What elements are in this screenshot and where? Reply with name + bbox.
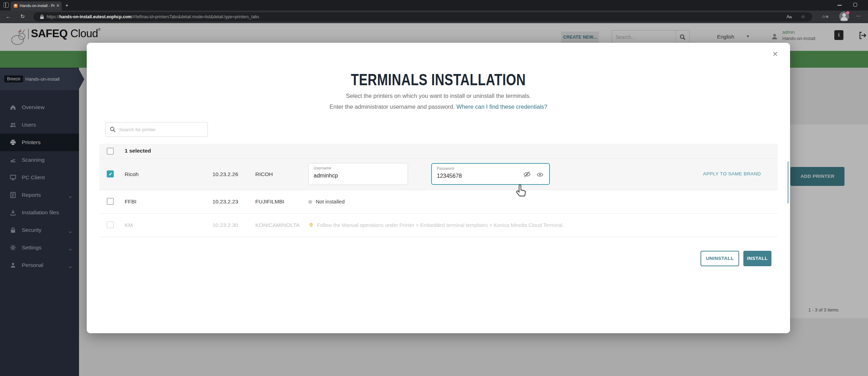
printer-brand: FUJIFILMBI: [255, 199, 284, 205]
install-button[interactable]: INSTALL: [743, 251, 771, 266]
printer-brand: KONICAMINOLTA: [255, 222, 300, 228]
url-text: https://hands-on-install.eutest.eophcp.c…: [47, 14, 259, 19]
tab-actions-icon[interactable]: [4, 2, 9, 8]
password-label: Password: [437, 166, 454, 170]
printer-status: Not installed: [316, 199, 345, 204]
printer-row-ffbi[interactable]: FFBI 10.23.2.23 FUJIFILMBI Not installed: [99, 190, 778, 214]
printer-row-km: KM 10.23.2.30 KONICAMINOLTA Follow the M…: [99, 214, 778, 237]
new-tab-icon[interactable]: +: [65, 2, 68, 8]
modal-subtitle-text: Enter the administrator username and pas…: [329, 103, 455, 110]
username-label: Username: [314, 166, 331, 170]
browser-profile-avatar[interactable]: [839, 12, 849, 21]
modal-close-icon[interactable]: ✕: [772, 50, 778, 58]
modal-subtitle-1: Select the printers on which you want to…: [87, 93, 790, 99]
printer-note: Follow the Manual operations under Print…: [317, 222, 564, 228]
url-field[interactable]: https://hands-on-install.eutest.eophcp.c…: [33, 12, 812, 21]
list-header-row: 1 selected: [99, 144, 778, 159]
printer-search-input[interactable]: [119, 123, 203, 136]
mouse-cursor-hand: [515, 183, 529, 199]
browser-tab-strip: Hands-on-install - Printers ✕ +: [0, 0, 868, 11]
select-all-checkbox[interactable]: [107, 148, 114, 155]
url-domain: hands-on-install.eutest.eophcp.com: [59, 14, 131, 19]
url-scheme: https://: [47, 14, 59, 19]
url-path: /#!leftnav.id=printersTabs&detail.mode=l…: [131, 14, 259, 19]
printer-ip: 10.23.2.23: [212, 199, 238, 205]
site-favicon: [14, 4, 18, 8]
browser-menu-icon[interactable]: ⋯: [856, 13, 861, 19]
search-icon: [110, 126, 116, 133]
username-field: Username: [308, 163, 408, 185]
read-aloud-icon[interactable]: A⧉: [787, 14, 792, 19]
row-checkbox-disabled: [107, 221, 114, 228]
printer-search-box: [105, 122, 208, 137]
tab-title: Hands-on-install - Printers: [20, 4, 55, 8]
status-dot-icon: [308, 200, 312, 204]
eye-icon[interactable]: [537, 171, 544, 178]
password-input[interactable]: [437, 173, 500, 179]
lightbulb-icon: [308, 222, 314, 228]
uninstall-button[interactable]: UNINSTALL: [701, 251, 739, 266]
tab-close-icon[interactable]: ✕: [56, 3, 60, 8]
row-checkbox[interactable]: [107, 198, 114, 205]
window-minimize-icon[interactable]: [837, 5, 842, 6]
printer-row-ricoh[interactable]: Ricoh 10.23.2.26 RICOH Username Password: [99, 159, 778, 190]
printer-name: Ricoh: [125, 171, 139, 177]
credentials-help-link[interactable]: Where can I find these credentials?: [456, 103, 547, 110]
printer-brand: RICOH: [255, 171, 273, 177]
username-input[interactable]: [314, 173, 384, 179]
lock-icon: [40, 14, 44, 19]
printer-name: FFBI: [125, 199, 137, 205]
profile-notification-dot: [846, 11, 849, 14]
selected-count: 1 selected: [125, 148, 151, 154]
terminals-installation-modal: ✕ TERMINALS INSTALLATION Select the prin…: [87, 43, 790, 333]
apply-to-same-brand-link[interactable]: APPLY TO SAME BRAND: [703, 171, 761, 176]
row-checkbox-checked[interactable]: [107, 170, 114, 177]
printer-name: KM: [125, 222, 133, 228]
collections-icon[interactable]: ☆≡: [822, 14, 828, 19]
modal-title: TERMINALS INSTALLATION: [87, 70, 790, 89]
browser-address-bar: ← ↻ https://hands-on-install.eutest.eoph…: [0, 11, 868, 23]
password-field: Password: [431, 163, 550, 185]
refresh-icon[interactable]: ↻: [20, 13, 25, 20]
printer-ip: 10.23.2.26: [212, 171, 238, 177]
modal-subtitle-2: Enter the administrator username and pas…: [87, 103, 790, 110]
back-icon[interactable]: ←: [6, 13, 11, 19]
eye-off-icon[interactable]: [523, 170, 531, 178]
modal-scrollbar-thumb[interactable]: [787, 161, 789, 203]
printer-ip: 10.23.2.30: [212, 222, 238, 228]
window-restore-icon[interactable]: [853, 3, 857, 7]
browser-tab[interactable]: Hands-on-install - Printers ✕: [11, 1, 62, 11]
favorite-star-icon[interactable]: ☆: [801, 14, 805, 19]
printer-list: 1 selected Ricoh 10.23.2.26 RICOH Userna…: [99, 144, 778, 237]
